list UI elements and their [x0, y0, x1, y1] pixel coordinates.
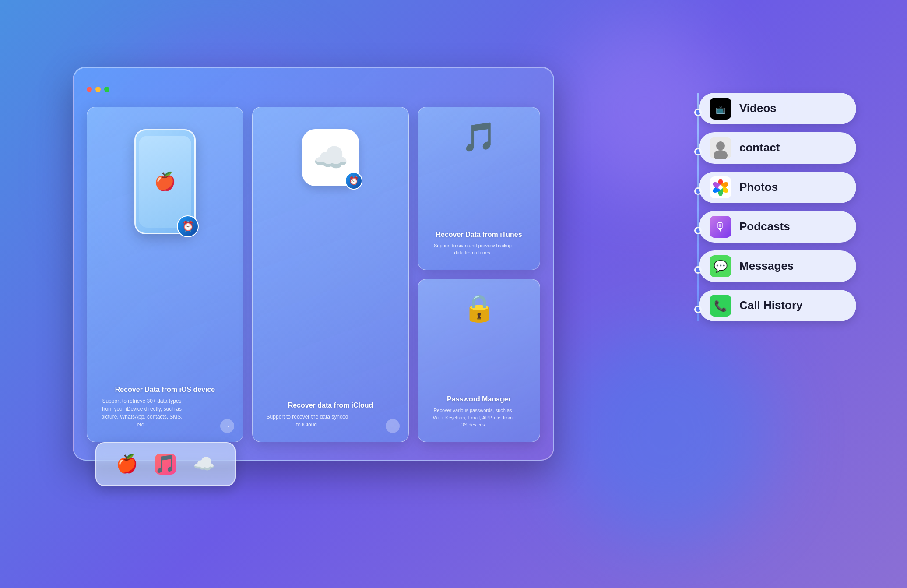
- ios-device-icon-area: 🍎 ⏰: [134, 129, 196, 234]
- window-dot-close[interactable]: [87, 87, 92, 92]
- card-icloud-title: Recover data from iCloud: [264, 401, 397, 409]
- feature-item-podcasts[interactable]: 🎙 Podcasts: [699, 211, 856, 243]
- card-password-content: Password Manager Recover various passwor…: [418, 391, 540, 429]
- icloud-icon-area: ☁️ ⏰: [302, 129, 359, 186]
- icloud-icon-wrap: ☁️ ⏰: [302, 129, 359, 186]
- card-icloud-arrow[interactable]: →: [386, 419, 400, 433]
- password-lock-icon: 🔒: [463, 292, 496, 324]
- card-ios-title: Recover Data from iOS device: [98, 386, 232, 394]
- messages-icon: 💬: [710, 255, 731, 277]
- svg-point-3: [716, 141, 725, 150]
- svg-text:💬: 💬: [714, 259, 728, 273]
- iphone-screen: 🍎: [139, 136, 191, 228]
- feature-label-videos: Videos: [739, 102, 777, 115]
- iphone-mockup: 🍎 ⏰: [134, 129, 196, 234]
- card-ios-arrow[interactable]: →: [220, 419, 234, 433]
- card-password-desc: Recover various passwords, such as WiFi,…: [429, 407, 517, 429]
- icloud-icon: ☁️: [313, 141, 348, 174]
- itunes-music-icon: 🎵: [461, 120, 497, 154]
- photos-icon: [710, 176, 731, 198]
- card-ios-device[interactable]: 🍎 ⏰ Recover Data from iOS device Support…: [87, 107, 243, 442]
- app-window: 🍎 ⏰ Recover Data from iOS device Support…: [73, 67, 554, 461]
- feature-label-call-history: Call History: [739, 299, 803, 312]
- card-password[interactable]: 🔒 Password Manager Recover various passw…: [418, 279, 540, 442]
- card-password-title: Password Manager: [429, 395, 529, 403]
- right-cards: 🎵 Recover Data from iTunes Support to sc…: [418, 107, 540, 442]
- contacts-icon: [710, 137, 731, 159]
- cards-container: 🍎 ⏰ Recover Data from iOS device Support…: [87, 107, 540, 442]
- tab-itunes-icon[interactable]: 🎵: [155, 454, 176, 475]
- feature-label-contact: contact: [739, 141, 780, 155]
- feature-item-call-history[interactable]: 📞 Call History: [699, 290, 856, 321]
- tab-icloud-icon[interactable]: ☁️: [193, 454, 215, 474]
- card-icloud-desc: Support to recover the data synced to iC…: [264, 413, 351, 429]
- clock-badge-icloud: ⏰: [345, 172, 362, 190]
- svg-text:📞: 📞: [714, 299, 727, 312]
- feature-item-photos[interactable]: Photos: [699, 172, 856, 203]
- apple-tv-icon: 📺: [710, 98, 731, 120]
- card-ios-desc: Support to retrieve 30+ data types from …: [98, 397, 186, 429]
- svg-text:📺: 📺: [716, 105, 726, 114]
- call-history-icon: 📞: [710, 295, 731, 317]
- feature-label-podcasts: Podcasts: [739, 220, 790, 233]
- apple-logo-icon: 🍎: [154, 171, 176, 192]
- password-icon-area: 🔒: [463, 292, 496, 324]
- podcasts-icon: 🎙: [710, 216, 731, 238]
- window-dot-minimize[interactable]: [95, 87, 101, 92]
- window-dot-maximize[interactable]: [104, 87, 109, 92]
- feature-item-contact[interactable]: contact: [699, 132, 856, 164]
- card-itunes-content: Recover Data from iTunes Support to scan…: [418, 226, 540, 257]
- feature-label-messages: Messages: [739, 259, 794, 273]
- feature-item-videos[interactable]: 📺 Videos: [699, 93, 856, 124]
- main-container: 🍎 ⏰ Recover Data from iOS device Support…: [38, 32, 869, 557]
- itunes-icon-area: 🎵: [461, 120, 497, 154]
- card-icloud-content: Recover data from iCloud Support to reco…: [253, 397, 408, 429]
- card-ios-content: Recover Data from iOS device Support to …: [87, 381, 243, 429]
- window-topbar: [87, 85, 540, 94]
- svg-text:🎙: 🎙: [715, 220, 726, 233]
- clock-badge-ios: ⏰: [177, 215, 199, 237]
- tab-ios-icon[interactable]: 🍎: [116, 454, 138, 474]
- bottom-tabs-bar: 🍎 🎵 ☁️: [95, 442, 236, 486]
- card-itunes[interactable]: 🎵 Recover Data from iTunes Support to sc…: [418, 107, 540, 270]
- card-itunes-desc: Support to scan and preview backup data …: [429, 242, 517, 257]
- svg-point-12: [718, 185, 723, 190]
- card-itunes-title: Recover Data from iTunes: [429, 231, 529, 239]
- card-icloud[interactable]: ☁️ ⏰ Recover data from iCloud Support to…: [252, 107, 409, 442]
- feature-list: 📺 Videos contact: [699, 93, 856, 321]
- feature-label-photos: Photos: [739, 180, 778, 194]
- feature-item-messages[interactable]: 💬 Messages: [699, 250, 856, 282]
